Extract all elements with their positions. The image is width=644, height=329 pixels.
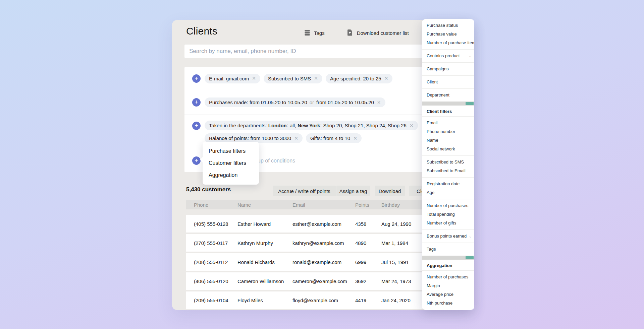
download-button[interactable]: Download: [375, 186, 405, 196]
chip-label-bold: London:: [268, 123, 288, 128]
filter-chip[interactable]: Subscribed to SMS ✕: [264, 74, 322, 83]
filter-chip[interactable]: Purchases made: from 01.05.20 to 10.05.2…: [205, 97, 385, 107]
page-title: Clients: [186, 25, 217, 37]
scroll-handle[interactable]: [466, 102, 474, 105]
panel-group: Department: [422, 89, 474, 102]
header-actions: Tags Download customer list: [305, 27, 432, 38]
chip-label: Gifts: from 4 to 10: [310, 135, 350, 141]
table-cell: 4890: [355, 240, 381, 246]
panel-menu-item[interactable]: Number of purchase items: [422, 39, 474, 47]
chip-close-icon[interactable]: ✕: [410, 123, 414, 128]
col-header-phone: Phone: [194, 202, 237, 208]
panel-menu-item[interactable]: Subscribed to Email: [422, 167, 474, 175]
panel-menu-item[interactable]: Tags: [422, 245, 474, 254]
panel-item-label: Client: [427, 79, 438, 84]
filter-menu-panel: Purchase statusPurchase valueNumber of p…: [422, 19, 474, 310]
table-cell: Floyd Miles: [237, 298, 292, 303]
panel-group: Campaigns: [422, 63, 474, 75]
filter-chip[interactable]: Age specified: 20 to 25 ✕: [326, 74, 392, 83]
add-condition-button[interactable]: +: [192, 98, 201, 107]
panel-item-label: Purchase value: [427, 31, 457, 37]
stacked-lines-icon: [305, 30, 310, 36]
chip-label-bold: New York:: [298, 123, 322, 128]
panel-menu-item[interactable]: Margin: [422, 281, 474, 290]
panel-item-label: Purchase status: [427, 23, 458, 28]
panel-section-separator: [422, 256, 474, 260]
add-condition-button[interactable]: +: [192, 74, 201, 83]
panel-section-title: Client filters: [422, 106, 474, 116]
panel-menu-item[interactable]: Registration date: [422, 180, 474, 188]
table-cell: Kathryn Murphy: [237, 240, 292, 246]
panel-group: Tags: [422, 243, 474, 256]
panel-menu-item[interactable]: Age: [422, 188, 474, 197]
table-cell: Esther Howard: [237, 221, 292, 227]
panel-item-label: Number of purchases: [427, 274, 468, 279]
add-group-button[interactable]: +: [192, 156, 201, 165]
panel-menu-item[interactable]: Number of purchases: [422, 201, 474, 210]
table-cell: (270) 555-0117: [194, 240, 237, 246]
table-cell: cameron@example.com: [292, 278, 355, 284]
menu-item-aggregation[interactable]: Aggregation: [203, 169, 259, 181]
panel-menu-item[interactable]: Average price: [422, 290, 474, 299]
chip-close-icon[interactable]: ✕: [294, 136, 298, 141]
panel-item-label: Margin: [427, 283, 440, 288]
panel-group: Contains product⌄: [422, 50, 474, 62]
tags-button-label: Tags: [314, 30, 325, 36]
panel-item-label: Bonus points earned: [427, 234, 467, 239]
panel-menu-item[interactable]: Name: [422, 136, 474, 145]
panel-menu-item[interactable]: Bonus points earned⌄: [422, 232, 474, 241]
col-header-points: Points: [355, 202, 381, 208]
table-cell: 4358: [355, 221, 381, 227]
panel-section-separator: [422, 102, 474, 106]
chip-close-icon[interactable]: ✕: [377, 100, 381, 105]
chevron-down-icon: ⌄: [469, 52, 472, 60]
panel-menu-item[interactable]: Email: [422, 119, 474, 127]
accrue-points-button[interactable]: Accrue / write off points: [273, 186, 336, 196]
download-customer-list-button[interactable]: Download customer list: [347, 29, 409, 37]
filter-chip[interactable]: Taken in the departments: London: all, N…: [205, 121, 418, 130]
panel-menu-item[interactable]: Number of purchases: [422, 273, 474, 281]
table-cell: 6999: [355, 259, 381, 265]
table-cell: 4419: [355, 298, 381, 303]
col-header-name: Name: [237, 202, 292, 208]
chip-close-icon[interactable]: ✕: [252, 76, 256, 81]
panel-item-label: Average price: [427, 292, 453, 297]
panel-group: Client: [422, 76, 474, 88]
panel-menu-item[interactable]: Social network: [422, 145, 474, 153]
chevron-down-icon: ⌄: [469, 232, 472, 241]
panel-item-label: Social network: [427, 146, 455, 151]
chip-label: E-mail: gmail.com: [209, 76, 249, 81]
menu-item-purchase-filters[interactable]: Purchase filters: [203, 145, 259, 157]
panel-item-label: Registration date: [427, 181, 460, 186]
panel-menu-item[interactable]: Contains product⌄: [422, 52, 474, 60]
panel-item-label: Subscribed to Email: [427, 168, 466, 173]
chip-close-icon[interactable]: ✕: [353, 136, 357, 141]
panel-item-label: Name: [427, 138, 438, 143]
add-condition-button[interactable]: +: [192, 122, 201, 130]
panel-item-label: Number of purchase items: [427, 40, 474, 45]
panel-menu-item[interactable]: Purchase status: [422, 21, 474, 30]
panel-menu-item[interactable]: Subscribed to SMS: [422, 158, 474, 167]
assign-tag-button[interactable]: Assign a tag: [336, 186, 370, 196]
chip-close-icon[interactable]: ✕: [384, 76, 388, 81]
chip-close-icon[interactable]: ✕: [314, 76, 318, 81]
panel-menu-item[interactable]: Phone number: [422, 127, 474, 136]
menu-item-customer-filters[interactable]: Customer filters: [203, 157, 259, 169]
panel-menu-item[interactable]: Client: [422, 78, 474, 86]
table-cell: Ronald Richards: [237, 259, 292, 265]
panel-menu-item[interactable]: Number of gifts: [422, 219, 474, 227]
panel-menu-item[interactable]: Purchase value: [422, 30, 474, 39]
tags-button[interactable]: Tags: [305, 30, 325, 36]
panel-group: Purchase statusPurchase valueNumber of p…: [422, 19, 474, 49]
file-download-icon: [347, 29, 353, 37]
filter-chip[interactable]: E-mail: gmail.com ✕: [205, 74, 260, 83]
panel-menu-item[interactable]: Campaigns: [422, 65, 474, 73]
panel-menu-item[interactable]: Nth purchase: [422, 299, 474, 308]
panel-menu-item[interactable]: Department: [422, 91, 474, 100]
panel-menu-item[interactable]: Total spending: [422, 210, 474, 219]
panel-section-title: Aggregation: [422, 260, 474, 270]
table-cell: esther@example.com: [292, 221, 355, 227]
chip-label: Taken in the departments:: [209, 123, 268, 128]
filter-chip[interactable]: Gifts: from 4 to 10 ✕: [306, 133, 362, 143]
scroll-handle[interactable]: [466, 256, 474, 259]
